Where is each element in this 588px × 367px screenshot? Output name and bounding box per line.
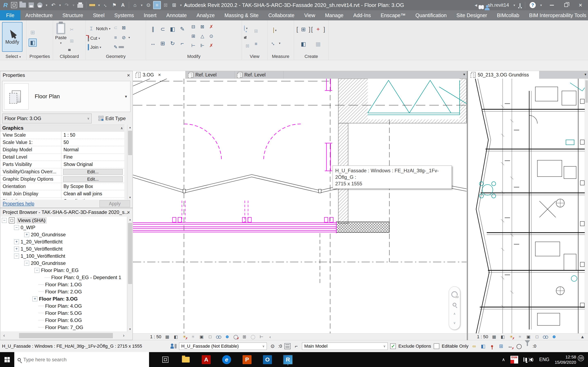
help-icon[interactable]: ?: [530, 2, 536, 8]
tree-item[interactable]: Floor Plan: 4.OG: [1, 302, 127, 309]
displacement-icon[interactable]: ◯: [516, 343, 522, 350]
tree-item[interactable]: −0_WIP: [1, 224, 127, 231]
section-icon[interactable]: ⊙: [145, 1, 152, 9]
edit-type-button[interactable]: Edit Type: [94, 114, 130, 123]
tab-architecture[interactable]: Architecture: [20, 10, 57, 20]
user-dropdown-icon[interactable]: ▾: [512, 1, 516, 9]
property-row[interactable]: Parts VisibilityShow Original: [0, 161, 124, 168]
drawing-canvas[interactable]: H_U_Fassade : Windows : FE_HzAl_3tlg-_1F…: [133, 79, 467, 333]
add-to-set-icon[interactable]: ⌐: [293, 343, 300, 350]
view-tab-grundriss[interactable]: 50_213_3.OG Grundriss: [468, 71, 539, 79]
move-icon[interactable]: ↔: [149, 39, 157, 48]
text-icon[interactable]: A: [119, 1, 127, 9]
volume-icon[interactable]: ))): [530, 357, 534, 362]
browser-vertical-scrollbar[interactable]: ▲ ▼: [127, 217, 132, 332]
tab-bimcollab[interactable]: BIMcollab: [492, 10, 524, 20]
design-options-icon[interactable]: [285, 343, 291, 349]
view-tab-ref-level-2[interactable]: Ref. Level: [234, 71, 284, 79]
create-group-icon[interactable]: ⊞: [299, 25, 307, 33]
trim-corner-icon[interactable]: ⌐: [178, 39, 186, 48]
taskbar-search[interactable]: [14, 352, 149, 367]
right-visual-style-icon[interactable]: ◧: [500, 334, 505, 340]
shadows-icon[interactable]: ☀: [190, 334, 196, 340]
wall-sweep-icon[interactable]: ⊂: [112, 25, 119, 31]
right-temporary-hide-icon[interactable]: [543, 334, 548, 340]
undo-dropdown-icon[interactable]: ▾: [58, 1, 62, 9]
property-row[interactable]: Graphic Display OptionsEdit...: [0, 175, 124, 183]
paste-dropdown-icon[interactable]: ▾: [60, 41, 62, 45]
open-icon[interactable]: [19, 1, 26, 9]
tree-item[interactable]: +1_50_Veröffentlicht: [1, 245, 127, 252]
beam-system-icon[interactable]: ≡: [112, 34, 119, 41]
active-workset-select[interactable]: H_U_Fassade (Not Editable)∨: [179, 342, 267, 350]
tree-item-active-view[interactable]: +Floor Plan: 3.OG: [1, 295, 127, 302]
visibility-graphics-edit-button[interactable]: Edit...: [63, 169, 123, 175]
right-crop-view-icon[interactable]: ▣: [526, 334, 531, 340]
tree-item[interactable]: +1_20_Veröffentlicht: [1, 238, 127, 245]
help-dropdown-icon[interactable]: ▾: [539, 1, 543, 9]
browser-horizontal-scrollbar[interactable]: ‹ ›: [1, 332, 127, 339]
offset-icon[interactable]: ⊂: [159, 25, 167, 33]
type-selector-dropdown-icon[interactable]: ▾: [125, 94, 130, 99]
displace-elements-icon[interactable]: ⊞: [252, 27, 259, 34]
delete-icon[interactable]: ✗: [208, 42, 215, 49]
tab-analyze[interactable]: Analyze: [192, 10, 220, 20]
tab-systems[interactable]: Systems: [109, 10, 139, 20]
select-pinned-icon[interactable]: [489, 343, 495, 350]
redo-dropdown-icon[interactable]: ▾: [71, 1, 76, 9]
trim-extend-single-icon[interactable]: ⊢: [190, 42, 197, 49]
create-parts-icon[interactable]: ◧: [299, 40, 307, 48]
split-element-icon[interactable]: ⊟: [190, 23, 197, 30]
tree-item[interactable]: Floor Plan: 1.OG: [1, 281, 127, 288]
exclude-options-checkbox[interactable]: ✓: [390, 343, 396, 349]
measure-tool-icon[interactable]: [273, 28, 274, 33]
property-row[interactable]: Wall Join DisplayClean all wall joins: [0, 190, 124, 198]
aligned-dimension-tool-icon[interactable]: ↔: [268, 38, 279, 49]
task-view-icon[interactable]: [160, 355, 170, 365]
worksets-icon[interactable]: [171, 343, 177, 349]
right-view-tab-list-icon[interactable]: ▾: [585, 72, 586, 77]
outlook-icon[interactable]: O: [263, 355, 272, 365]
view-tab-list-icon[interactable]: ▾: [463, 72, 465, 77]
paste-label[interactable]: Paste: [55, 35, 67, 40]
right-shadows-icon[interactable]: ☀: [517, 334, 522, 340]
crop-region-icon[interactable]: □: [208, 334, 213, 340]
property-row[interactable]: Visibility/Graphics Overr...Edit...: [0, 168, 124, 175]
sync-dropdown-icon[interactable]: ▾: [44, 1, 49, 9]
join-geometry-icon[interactable]: [88, 45, 89, 50]
design-option-select[interactable]: Main Model∨: [302, 342, 388, 350]
graphic-display-edit-button[interactable]: Edit...: [63, 176, 123, 182]
thin-lines-icon[interactable]: ≡: [153, 1, 161, 9]
instance-selector[interactable]: Floor Plan: 3.OG∨: [2, 114, 92, 123]
property-row[interactable]: OrientationBy Scope Box: [0, 183, 124, 190]
navigation-bar[interactable]: ∧ ∨: [449, 286, 460, 330]
tab-view[interactable]: View: [299, 10, 320, 20]
tab-structure[interactable]: Structure: [58, 10, 88, 20]
copy-to-clipboard-icon[interactable]: ⊞: [68, 38, 75, 44]
linework-tool-icon[interactable]: ≡: [252, 41, 259, 48]
tab-insert[interactable]: Insert: [139, 10, 162, 20]
sync-with-central-icon[interactable]: [36, 1, 44, 9]
revit-taskbar-icon[interactable]: R: [283, 355, 293, 365]
split-with-gap-icon[interactable]: ⊠: [199, 23, 206, 30]
tree-item[interactable]: Floor Plan: 2.OG: [1, 288, 127, 295]
tree-item[interactable]: Floor Plan: 0_EG - Dependent 1: [1, 274, 127, 281]
tree-item[interactable]: Floor Plan: 5.OG: [1, 309, 127, 317]
selection-box-icon[interactable]: ⊠: [244, 43, 251, 50]
default-3d-view-icon[interactable]: ⌂: [131, 1, 139, 9]
restore-button[interactable]: [561, 0, 572, 10]
unpin-icon[interactable]: ✗: [208, 23, 215, 30]
displacement-sets-icon[interactable]: ◯: [250, 334, 256, 340]
reveal-hidden-elements-icon[interactable]: [225, 334, 230, 340]
redo-icon[interactable]: ↷: [63, 1, 71, 9]
paste-icon[interactable]: [56, 23, 65, 34]
tray-expand-icon[interactable]: ∧: [502, 357, 505, 362]
worksharing-display-icon[interactable]: ◯✗: [233, 334, 238, 340]
right-drawing-canvas[interactable]: [468, 79, 588, 333]
select-links-icon[interactable]: ∞: [471, 343, 477, 350]
editing-requests-icon[interactable]: ⊙: [269, 343, 276, 350]
start-button[interactable]: [0, 352, 14, 367]
view-tab-ref-level-1[interactable]: Ref. Level: [186, 71, 234, 79]
right-crop-region-icon[interactable]: □: [534, 334, 540, 340]
tab-annotate[interactable]: Annotate: [162, 10, 192, 20]
